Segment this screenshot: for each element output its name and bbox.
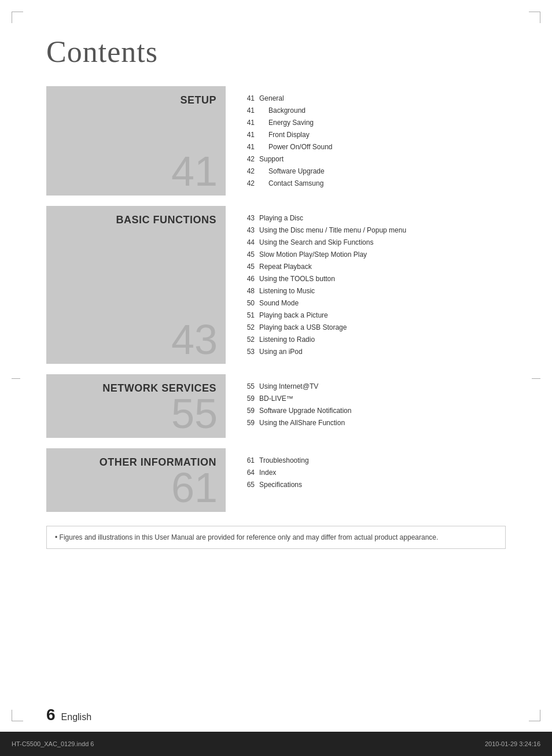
entry-text: Software Upgrade: [259, 166, 325, 176]
entry-text: Using the TOOLS button: [259, 274, 335, 284]
entry-text: Using the Search and Skip Functions: [259, 237, 373, 248]
entry-page-number: 41: [242, 93, 259, 104]
entry-text: Listening to Radio: [259, 334, 315, 345]
entry-page-number: 50: [242, 298, 259, 308]
entry-page-number: 41: [242, 117, 259, 128]
entry-text: Software Upgrade Notification: [259, 405, 351, 416]
entry-page-number: 59: [242, 418, 259, 428]
page-title: Contents: [46, 35, 506, 69]
section-number-basic-functions: 43: [171, 319, 218, 360]
entry-text: Playing back a USB Storage: [259, 322, 347, 333]
corner-mark-tr: [529, 12, 540, 23]
list-item: 52Listening to Radio: [242, 334, 506, 345]
list-item: 59Using the AllShare Function: [242, 418, 506, 428]
list-item: 45Slow Motion Play/Step Motion Play: [242, 249, 506, 260]
entry-page-number: 48: [242, 286, 259, 296]
entry-text: Support: [259, 154, 284, 164]
entry-page-number: 64: [242, 467, 259, 478]
list-item: 46Using the TOOLS button: [242, 274, 506, 284]
section-entries-other-information: 61Troubleshooting64Index65Specifications: [226, 448, 506, 512]
list-item: 42Support: [242, 154, 506, 164]
entry-page-number: 43: [242, 213, 259, 223]
entry-page-number: 51: [242, 310, 259, 320]
section-entries-basic-functions: 43Playing a Disc43Using the Disc menu / …: [226, 206, 506, 364]
list-item: 53Using an iPod: [242, 346, 506, 357]
entry-page-number: 41: [242, 105, 259, 116]
toc-sections: SETUP4141General41Background41Energy Sav…: [46, 86, 506, 512]
section-title-setup: SETUP: [180, 94, 216, 107]
list-item: 42Software Upgrade: [242, 166, 506, 176]
list-item: 41Background: [242, 105, 506, 116]
entry-text: General: [259, 93, 284, 104]
list-item: 41Energy Saving: [242, 117, 506, 128]
list-item: 41Front Display: [242, 130, 506, 140]
entry-page-number: 46: [242, 274, 259, 284]
list-item: 50Sound Mode: [242, 298, 506, 308]
entry-text: Sound Mode: [259, 298, 299, 308]
entry-text: Using the AllShare Function: [259, 418, 345, 428]
entry-text: Repeat Playback: [259, 261, 312, 272]
entry-text: Troubleshooting: [259, 455, 309, 466]
list-item: 45Repeat Playback: [242, 261, 506, 272]
list-item: 55Using Internet@TV: [242, 381, 506, 392]
page: Contents SETUP4141General41Background41E…: [0, 0, 552, 756]
page-number: 6: [46, 706, 56, 724]
bottom-bar: HT-C5500_XAC_0129.indd 6 2010-01-29 3:24…: [0, 732, 552, 756]
entry-text: Contact Samsung: [259, 178, 323, 189]
entry-text: Using the Disc menu / Title menu / Popup…: [259, 225, 406, 235]
entry-page-number: 53: [242, 346, 259, 357]
entry-page-number: 41: [242, 142, 259, 152]
entry-text: Playing a Disc: [259, 213, 303, 223]
corner-mark-bl: [12, 710, 23, 721]
entry-text: Listening to Music: [259, 286, 315, 296]
section-number-setup: 41: [171, 150, 218, 192]
section-label-other-information: OTHER INFORMATION61: [46, 448, 226, 512]
entry-text: Using Internet@TV: [259, 381, 318, 392]
list-item: 44Using the Search and Skip Functions: [242, 237, 506, 248]
page-number-badge: 6 English: [46, 706, 91, 724]
language-label: English: [61, 712, 91, 722]
section-number-network-services: 55: [171, 393, 218, 434]
section-label-basic-functions: BASIC FUNCTIONS43: [46, 206, 226, 364]
section-number-other-information: 61: [171, 467, 218, 508]
entry-text: Slow Motion Play/Step Motion Play: [259, 249, 367, 260]
entry-text: Using an iPod: [259, 346, 303, 357]
entry-page-number: 43: [242, 225, 259, 235]
side-mark-right: [532, 378, 540, 379]
list-item: 41Power On/Off Sound: [242, 142, 506, 152]
corner-mark-br: [529, 710, 540, 721]
side-mark-left: [12, 378, 20, 379]
entry-text: BD-LIVE™: [259, 393, 293, 404]
entry-text: Energy Saving: [259, 117, 314, 128]
list-item: 43Playing a Disc: [242, 213, 506, 223]
entry-page-number: 41: [242, 130, 259, 140]
section-entries-setup: 41General41Background41Energy Saving41Fr…: [226, 86, 506, 196]
entry-page-number: 52: [242, 322, 259, 333]
entry-page-number: 59: [242, 393, 259, 404]
list-item: 65Specifications: [242, 480, 506, 490]
entry-text: Specifications: [259, 480, 302, 490]
entry-text: Power On/Off Sound: [259, 142, 333, 152]
list-item: 64Index: [242, 467, 506, 478]
bottom-bar-right: 2010-01-29 3:24:16: [485, 740, 540, 747]
section-setup: SETUP4141General41Background41Energy Sav…: [46, 86, 506, 196]
section-basic-functions: BASIC FUNCTIONS4343Playing a Disc43Using…: [46, 206, 506, 364]
entry-page-number: 42: [242, 154, 259, 164]
entry-text: Front Display: [259, 130, 310, 140]
section-entries-network-services: 55Using Internet@TV59BD-LIVE™59Software …: [226, 374, 506, 438]
list-item: 61Troubleshooting: [242, 455, 506, 466]
entry-text: Index: [259, 467, 276, 478]
bottom-bar-left: HT-C5500_XAC_0129.indd 6: [12, 740, 94, 747]
list-item: 41General: [242, 93, 506, 104]
entry-page-number: 45: [242, 249, 259, 260]
entry-page-number: 59: [242, 405, 259, 416]
list-item: 59BD-LIVE™: [242, 393, 506, 404]
section-label-network-services: NETWORK SERVICES55: [46, 374, 226, 438]
entry-page-number: 52: [242, 334, 259, 345]
section-title-basic-functions: BASIC FUNCTIONS: [116, 214, 217, 227]
entry-page-number: 55: [242, 381, 259, 392]
entry-page-number: 42: [242, 178, 259, 189]
entry-text: Background: [259, 105, 306, 116]
corner-mark-tl: [12, 12, 23, 23]
entry-page-number: 42: [242, 166, 259, 176]
